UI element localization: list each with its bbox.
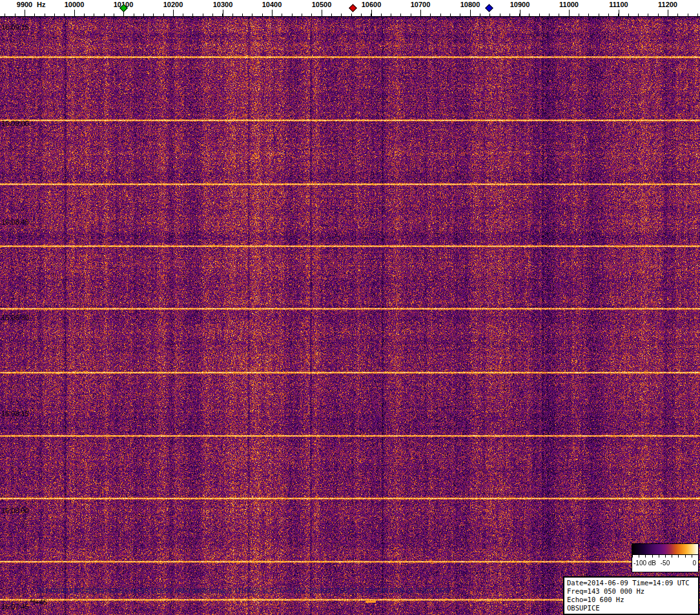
- info-frequency: Freq=143 050 000 Hz: [567, 587, 695, 596]
- freq-minor-tick: [440, 14, 441, 17]
- freq-minor-tick: [64, 14, 65, 17]
- scale-tick: [645, 555, 646, 558]
- freq-minor-tick: [549, 14, 550, 17]
- freq-minor-tick: [183, 14, 183, 17]
- freq-minor-tick: [94, 14, 94, 17]
- frequency-unit-label: Hz: [37, 1, 45, 8]
- freq-minor-tick: [104, 14, 105, 17]
- freq-minor-tick: [688, 14, 688, 17]
- freq-minor-tick: [391, 14, 391, 17]
- spectrogram-waterfall[interactable]: [0, 17, 700, 615]
- freq-minor-tick: [173, 14, 174, 17]
- freq-minor-tick: [272, 14, 273, 17]
- freq-minor-tick: [579, 14, 579, 17]
- freq-minor-tick: [242, 14, 243, 17]
- freq-minor-tick: [470, 14, 471, 17]
- freq-minor-tick: [648, 14, 648, 17]
- freq-minor-tick: [569, 14, 570, 17]
- freq-minor-tick: [489, 14, 490, 17]
- scale-tick: [685, 555, 686, 558]
- spectrum-waterfall-app: Hz 9900100001010010200103001040010500106…: [0, 0, 700, 615]
- freq-major-tick: [371, 10, 372, 17]
- freq-minor-tick: [341, 14, 342, 17]
- info-date-time: Date=2014-06-09 Time=14:09 UTC: [567, 579, 695, 587]
- frequency-axis[interactable]: Hz 9900100001010010200103001040010500106…: [0, 0, 700, 17]
- freq-minor-tick: [203, 14, 203, 17]
- freq-minor-tick: [262, 14, 263, 17]
- freq-tick-label: 10200: [163, 1, 183, 8]
- blue-diamond-marker-icon[interactable]: [485, 4, 493, 12]
- freq-minor-tick: [361, 14, 362, 17]
- freq-minor-tick: [302, 14, 302, 17]
- freq-minor-tick: [15, 14, 15, 17]
- freq-major-tick: [223, 10, 223, 17]
- freq-minor-tick: [638, 14, 639, 17]
- scale-tick: [652, 555, 653, 558]
- freq-minor-tick: [84, 14, 85, 17]
- freq-tick-label: 11200: [658, 1, 677, 8]
- freq-tick-label: 10700: [411, 1, 431, 8]
- freq-minor-tick: [400, 14, 401, 17]
- freq-minor-tick: [430, 14, 431, 17]
- info-echo: Echo=10 600 Hz: [567, 596, 695, 604]
- freq-minor-tick: [192, 14, 193, 17]
- freq-minor-tick: [559, 14, 559, 17]
- scale-tick: [632, 555, 633, 558]
- freq-minor-tick: [163, 14, 164, 17]
- amplitude-color-scale: -100 dB -50 0: [632, 543, 699, 572]
- freq-minor-tick: [322, 14, 322, 17]
- freq-minor-tick: [658, 14, 659, 17]
- red-diamond-marker-icon[interactable]: [349, 4, 357, 12]
- freq-minor-tick: [143, 14, 144, 17]
- info-station: OBSUPICE: [567, 604, 695, 612]
- amplitude-scale-strip: -100 dB -50 0: [632, 555, 698, 572]
- cursor-readout: ^f+45: [30, 598, 47, 606]
- freq-minor-tick: [697, 14, 698, 17]
- scale-tick: [698, 555, 699, 558]
- freq-minor-tick: [519, 14, 520, 17]
- freq-tick-label: 10800: [460, 1, 480, 8]
- freq-minor-tick: [628, 14, 629, 17]
- freq-minor-tick: [618, 14, 619, 17]
- amplitude-gradient-bar: [632, 544, 698, 555]
- freq-minor-tick: [252, 14, 252, 17]
- freq-tick-label: 9900: [17, 1, 32, 8]
- scale-tick: [659, 555, 659, 558]
- freq-minor-tick: [45, 14, 45, 17]
- freq-tick-label: 10000: [65, 1, 85, 8]
- freq-minor-tick: [5, 14, 5, 17]
- scale-label-mid: -50: [661, 560, 670, 567]
- freq-minor-tick: [411, 14, 411, 17]
- freq-minor-tick: [74, 14, 75, 17]
- freq-minor-tick: [292, 14, 293, 17]
- freq-minor-tick: [232, 14, 233, 17]
- freq-minor-tick: [420, 14, 421, 17]
- freq-minor-tick: [34, 14, 35, 17]
- freq-minor-tick: [114, 14, 114, 17]
- scale-tick: [692, 555, 692, 558]
- freq-minor-tick: [123, 14, 124, 17]
- freq-minor-tick: [608, 14, 609, 17]
- freq-minor-tick: [212, 14, 213, 17]
- freq-minor-tick: [450, 14, 451, 17]
- freq-minor-tick: [282, 14, 282, 17]
- freq-minor-tick: [371, 14, 371, 17]
- scale-label-min: -100 dB: [633, 560, 656, 567]
- freq-tick-label: 11100: [609, 1, 628, 8]
- scale-label-max: 0: [692, 560, 696, 567]
- freq-tick-label: 10300: [213, 1, 233, 8]
- freq-minor-tick: [588, 14, 589, 17]
- freq-tick-label: 10500: [312, 1, 332, 8]
- freq-minor-tick: [222, 14, 223, 17]
- scale-tick: [672, 555, 672, 558]
- scale-tick: [639, 555, 639, 558]
- freq-minor-tick: [668, 14, 668, 17]
- freq-tick-label: 10600: [362, 1, 382, 8]
- scale-tick: [665, 555, 666, 558]
- freq-minor-tick: [331, 14, 332, 17]
- freq-major-tick: [619, 10, 619, 17]
- freq-minor-tick: [25, 14, 25, 17]
- detection-log-line: 20140608140745364 hCnt10 nb-83 f10601 hi…: [37, 587, 449, 594]
- freq-minor-tick: [351, 14, 352, 17]
- freq-minor-tick: [480, 14, 480, 17]
